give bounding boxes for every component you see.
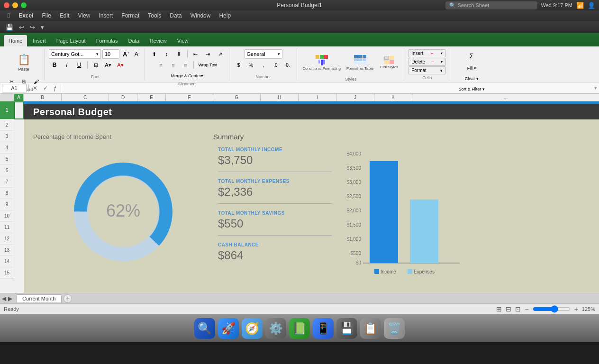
row-header-7[interactable]: 7 (0, 176, 14, 188)
qa-customize[interactable]: ▾ (39, 23, 46, 32)
col-header-a[interactable]: A (14, 94, 24, 101)
zoom-out-icon[interactable]: − (525, 305, 528, 313)
dock-system-prefs[interactable]: ⚙️ (265, 318, 286, 339)
decrease-decimal-button[interactable]: 0. (282, 60, 294, 70)
text-angle-button[interactable]: ↗ (215, 49, 226, 59)
dock-app-store[interactable]: 📱 (313, 318, 334, 339)
increase-font-button[interactable]: A+ (121, 49, 131, 59)
tab-home[interactable]: Home (4, 35, 27, 46)
tab-formulas[interactable]: Formulas (91, 35, 123, 46)
view-normal-icon[interactable]: ⊞ (496, 305, 502, 313)
align-center-button[interactable]: ≡ (167, 60, 179, 70)
number-format-selector[interactable]: General ▾ (245, 49, 282, 59)
dock-files[interactable]: 💾 (336, 318, 357, 339)
indent-decrease-button[interactable]: ⇤ (190, 49, 201, 59)
row-header-4[interactable]: 4 (0, 142, 14, 154)
sheet-tab-current-month[interactable]: Current Month (16, 294, 62, 302)
fill-color-button[interactable]: A▾ (102, 60, 114, 70)
align-right-button[interactable]: ≡ (180, 60, 191, 70)
decrease-font-button[interactable]: A- (132, 49, 141, 59)
row-header-12[interactable]: 12 (0, 233, 14, 245)
dock-notes[interactable]: 📋 (360, 318, 381, 339)
menu-insert[interactable]: Insert (95, 11, 117, 20)
formula-input[interactable] (63, 84, 592, 92)
function-icon[interactable]: ƒ (54, 85, 57, 91)
tab-page-layout[interactable]: Page Layout (52, 35, 91, 46)
qa-redo[interactable]: ↪ (28, 23, 37, 32)
cancel-icon[interactable]: ✕ (33, 85, 37, 91)
view-layout-icon[interactable]: ⊟ (506, 305, 511, 313)
indent-increase-button[interactable]: ⇥ (202, 49, 214, 59)
underline-button[interactable]: U (73, 60, 85, 70)
row-header-6[interactable]: 6 (0, 165, 14, 176)
zoom-slider[interactable] (533, 305, 571, 313)
cell-styles-button[interactable]: Cell Styles (377, 49, 401, 76)
menu-window[interactable]: Window (187, 11, 215, 20)
tab-review[interactable]: Review (145, 35, 172, 46)
row-header-3[interactable]: 3 (0, 131, 14, 142)
percent-button[interactable]: % (245, 60, 257, 70)
add-sheet-button[interactable]: + (64, 294, 72, 303)
menu-excel[interactable]: Excel (15, 11, 37, 20)
menu-tools[interactable]: Tools (144, 11, 165, 20)
menu-format[interactable]: Format (118, 11, 143, 20)
format-cells-button[interactable]: Format▾ (408, 66, 446, 74)
search-input[interactable] (458, 2, 534, 8)
col-header-j[interactable]: J (336, 94, 374, 101)
col-header-i[interactable]: I (299, 94, 336, 101)
formula-expand-icon[interactable]: ▾ (594, 85, 597, 91)
align-left-button[interactable]: ≡ (155, 60, 166, 70)
font-size-selector[interactable]: 10 (102, 49, 119, 59)
comma-button[interactable]: , (258, 60, 269, 70)
tab-data[interactable]: Data (123, 35, 144, 46)
dock-excel[interactable]: 📗 (289, 318, 310, 339)
row-header-8[interactable]: 8 (0, 188, 14, 199)
border-button[interactable]: ⊞ (90, 60, 101, 70)
menu-data[interactable]: Data (166, 11, 185, 20)
user-icon[interactable]: 👤 (588, 2, 595, 9)
dock-finder[interactable]: 🔍 (194, 318, 215, 339)
qa-save[interactable]: 💾 (4, 23, 15, 32)
row-header-14[interactable]: 14 (0, 256, 14, 267)
menu-help[interactable]: Help (215, 11, 235, 20)
clear-button[interactable]: Clear ▾ (457, 74, 486, 83)
row-header-11[interactable]: 11 (0, 222, 14, 233)
col-header-k[interactable]: K (374, 94, 412, 101)
menu-file[interactable]: File (38, 11, 54, 20)
align-top-button[interactable]: ⬆ (149, 49, 160, 59)
font-color-button[interactable]: A▾ (115, 60, 126, 70)
close-button[interactable] (4, 2, 9, 8)
prev-sheet-btn[interactable]: ◀ (2, 295, 6, 302)
sum-button[interactable]: Σ (461, 49, 482, 63)
next-sheet-btn[interactable]: ▶ (8, 295, 12, 302)
qa-undo[interactable]: ↩ (17, 23, 26, 32)
delete-cells-button[interactable]: Delete−▾ (408, 58, 446, 66)
tab-insert[interactable]: Insert (28, 35, 51, 46)
col-header-b[interactable]: B (24, 94, 62, 101)
col-header-e[interactable]: E (137, 94, 166, 101)
menu-edit[interactable]: Edit (56, 11, 73, 20)
dock-trash[interactable]: 🗑️ (384, 318, 405, 339)
format-as-table-button[interactable]: Format as Table (345, 49, 375, 76)
col-header-g[interactable]: G (213, 94, 261, 101)
zoom-in-icon[interactable]: + (574, 305, 578, 313)
row-header-1[interactable]: 1 (0, 101, 14, 119)
row-header-5[interactable]: 5 (0, 154, 14, 165)
conditional-formatting-button[interactable]: Conditional Formatting (301, 49, 343, 76)
view-page-break-icon[interactable]: ⊡ (515, 305, 521, 313)
menu-view[interactable]: View (74, 11, 94, 20)
fill-button[interactable]: Fill ▾ (457, 64, 486, 73)
active-cell-a1[interactable] (14, 101, 24, 119)
increase-decimal-button[interactable]: .0 (270, 60, 281, 70)
merge-center-button[interactable]: Merge & Center▾ (169, 71, 206, 81)
wrap-text-button[interactable]: Wrap Text (196, 60, 219, 70)
dock-safari[interactable]: 🧭 (242, 318, 263, 339)
search-bar[interactable]: 🔍 (445, 1, 537, 9)
dock-launchpad[interactable]: 🚀 (218, 318, 239, 339)
align-middle-button[interactable]: ↕ (161, 49, 172, 59)
bold-button[interactable]: B (49, 60, 60, 70)
col-header-d[interactable]: D (109, 94, 137, 101)
insert-cells-button[interactable]: Insert+▾ (408, 49, 446, 57)
tab-view[interactable]: View (172, 35, 193, 46)
row-header-10[interactable]: 10 (0, 210, 14, 222)
